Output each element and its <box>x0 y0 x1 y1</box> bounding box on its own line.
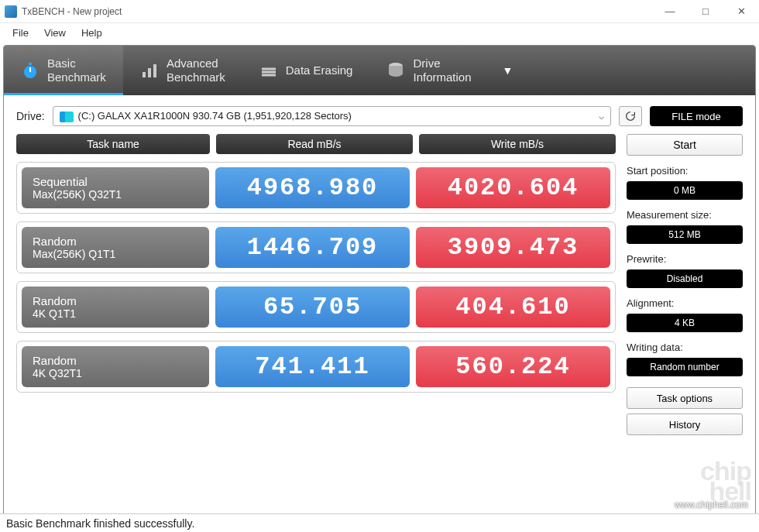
tab-label: Advanced <box>167 57 225 70</box>
chevron-down-icon: ⌵ <box>599 111 604 122</box>
svg-rect-5 <box>153 64 156 77</box>
results-header: Task name Read mB/s Write mB/s <box>16 134 616 154</box>
tab-basic-benchmark[interactable]: BasicBenchmark <box>4 46 123 95</box>
refresh-icon <box>624 110 637 122</box>
status-bar: Basic Benchmark finished successfully. <box>0 513 759 532</box>
start-position-label: Start position: <box>627 165 743 177</box>
task-name: Random4K Q32T1 <box>22 346 209 387</box>
watermark-logo: chiphell <box>700 461 751 501</box>
header-write: Write mB/s <box>419 134 616 154</box>
menu-view[interactable]: View <box>38 26 72 40</box>
disk-icon <box>386 61 405 80</box>
menu-help[interactable]: Help <box>75 26 108 40</box>
stopwatch-icon <box>21 61 39 80</box>
bars-icon <box>140 61 159 80</box>
svg-rect-1 <box>29 63 32 65</box>
measurement-size-label: Measurement size: <box>627 209 743 221</box>
app-frame: BasicBenchmark AdvancedBenchmark Data Er… <box>3 45 756 529</box>
menu-file[interactable]: File <box>6 26 35 40</box>
side-panel: Start Start position: 0 MB Measurement s… <box>627 134 743 435</box>
tab-label: Benchmark <box>167 70 225 84</box>
drive-row: Drive: (C:) GALAX XA1R1000N 930.74 GB (1… <box>4 95 755 134</box>
results-panel: Task name Read mB/s Write mB/s Sequentia… <box>16 134 616 435</box>
tab-label: Drive <box>413 57 471 70</box>
maximize-button[interactable]: □ <box>688 0 723 23</box>
file-mode-button[interactable]: FILE mode <box>650 106 743 126</box>
tab-data-erasing[interactable]: Data Erasing <box>242 46 370 95</box>
tab-advanced-benchmark[interactable]: AdvancedBenchmark <box>123 46 242 95</box>
read-value: 4968.980 <box>215 167 410 208</box>
drive-text: (C:) GALAX XA1R1000N 930.74 GB (1,951,92… <box>78 110 352 122</box>
result-row: RandomMax(256K) Q1T1 1446.709 3909.473 <box>16 221 616 273</box>
tab-label: Information <box>413 70 471 84</box>
title-bar: TxBENCH - New project — □ ✕ <box>0 0 759 23</box>
task-name: SequentialMax(256K) Q32T1 <box>22 167 209 208</box>
header-read: Read mB/s <box>216 134 413 154</box>
task-options-button[interactable]: Task options <box>627 387 743 409</box>
writing-data-label: Writing data: <box>627 342 743 353</box>
writing-data-value[interactable]: Random number <box>627 358 743 376</box>
task-name: RandomMax(256K) Q1T1 <box>22 227 209 268</box>
menu-bar: File View Help <box>0 23 759 42</box>
window-title: TxBENCH - New project <box>22 6 652 17</box>
tab-label: Basic <box>47 57 106 70</box>
start-position-value[interactable]: 0 MB <box>627 181 743 200</box>
read-value: 741.411 <box>215 346 410 387</box>
header-task: Task name <box>16 134 210 154</box>
watermark-url: www.chiphell.com <box>675 499 748 510</box>
close-button[interactable]: ✕ <box>723 0 759 23</box>
tab-label: Benchmark <box>47 70 106 84</box>
result-row: SequentialMax(256K) Q32T1 4968.980 4020.… <box>16 162 616 214</box>
drive-select[interactable]: (C:) GALAX XA1R1000N 930.74 GB (1,951,92… <box>53 106 611 126</box>
prewrite-label: Prewrite: <box>627 253 743 265</box>
alignment-label: Alignment: <box>627 297 743 309</box>
drive-label: Drive: <box>16 110 45 122</box>
prewrite-value[interactable]: Disabled <box>627 269 743 288</box>
tab-drive-information[interactable]: DriveInformation <box>369 46 488 95</box>
alignment-value[interactable]: 4 KB <box>627 314 743 332</box>
drive-icon <box>60 112 74 122</box>
history-button[interactable]: History <box>627 414 743 435</box>
result-row: Random4K Q1T1 65.705 404.610 <box>16 281 616 333</box>
write-value: 3909.473 <box>416 227 610 268</box>
status-text: Basic Benchmark finished successfully. <box>6 517 194 530</box>
tab-strip: BasicBenchmark AdvancedBenchmark Data Er… <box>4 46 755 95</box>
minimize-button[interactable]: — <box>652 0 688 23</box>
write-value: 4020.604 <box>416 167 610 208</box>
read-value: 65.705 <box>215 287 410 328</box>
write-value: 560.224 <box>416 346 610 387</box>
svg-rect-3 <box>143 72 146 77</box>
tab-label: Data Erasing <box>286 63 353 77</box>
app-icon <box>5 5 17 18</box>
task-name: Random4K Q1T1 <box>22 287 209 328</box>
write-value: 404.610 <box>416 287 610 328</box>
tab-overflow-button[interactable]: ▼ <box>489 46 527 95</box>
refresh-button[interactable] <box>619 106 642 126</box>
read-value: 1446.709 <box>215 227 410 268</box>
eraser-icon <box>259 61 278 80</box>
svg-rect-4 <box>148 68 151 77</box>
start-button[interactable]: Start <box>627 134 743 156</box>
measurement-size-value[interactable]: 512 MB <box>627 225 743 244</box>
main-body: Task name Read mB/s Write mB/s Sequentia… <box>4 134 755 441</box>
result-row: Random4K Q32T1 741.411 560.224 <box>16 341 616 393</box>
